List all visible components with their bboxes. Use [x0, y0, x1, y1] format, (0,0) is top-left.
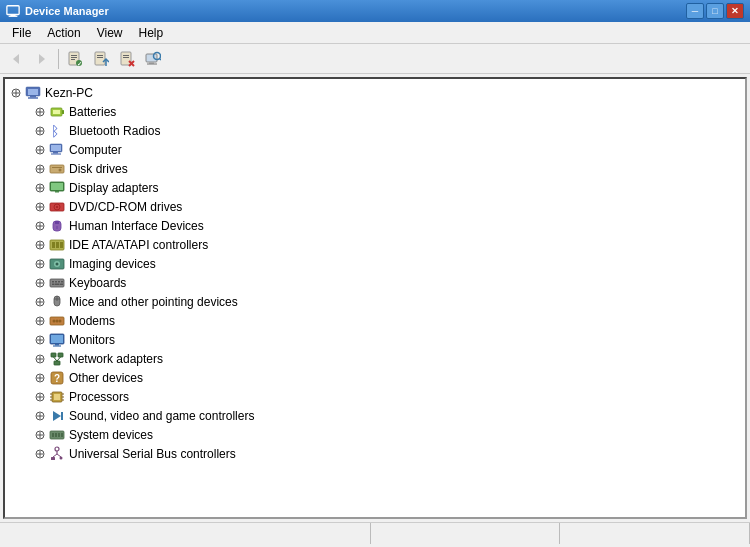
svg-rect-60	[55, 191, 59, 193]
app-icon	[6, 4, 20, 18]
device-category-label: System devices	[69, 428, 153, 442]
tree-item[interactable]: Computer	[5, 140, 745, 159]
svg-rect-161	[51, 457, 55, 460]
device-category-label: Monitors	[69, 333, 115, 347]
tree-item[interactable]: System devices	[5, 425, 745, 444]
expand-icon	[33, 314, 47, 328]
expand-icon	[33, 295, 47, 309]
tree-item[interactable]: Modems	[5, 311, 745, 330]
status-pane-1	[0, 523, 371, 544]
svg-rect-94	[52, 283, 54, 285]
svg-rect-29	[28, 89, 38, 95]
tree-item[interactable]: ?Other devices	[5, 368, 745, 387]
device-category-label: Mice and other pointing devices	[69, 295, 238, 309]
tree-item[interactable]: Disk drives	[5, 159, 745, 178]
svg-rect-96	[60, 283, 63, 285]
svg-rect-145	[61, 412, 63, 420]
menu-view[interactable]: View	[89, 24, 131, 42]
svg-rect-92	[58, 281, 60, 283]
tree-item[interactable]: Display adapters	[5, 178, 745, 197]
expand-icon	[33, 181, 47, 195]
back-button[interactable]	[4, 47, 28, 71]
svg-rect-89	[50, 279, 64, 287]
menu-bar: File Action View Help	[0, 22, 750, 44]
menu-action[interactable]: Action	[39, 24, 88, 42]
device-category-label: Bluetooth Radios	[69, 124, 160, 138]
svg-rect-90	[52, 281, 54, 283]
tree-item[interactable]: Mice and other pointing devices	[5, 292, 745, 311]
svg-rect-52	[50, 165, 64, 173]
device-category-label: Universal Serial Bus controllers	[69, 447, 236, 461]
forward-button[interactable]	[30, 47, 54, 71]
title-bar-controls[interactable]: ─ □ ✕	[686, 3, 744, 19]
svg-rect-20	[146, 54, 157, 62]
svg-rect-15	[121, 52, 131, 65]
tree-item[interactable]: Keyboards	[5, 273, 745, 292]
device-category-label: IDE ATA/ATAPI controllers	[69, 238, 208, 252]
svg-rect-152	[58, 433, 60, 437]
tree-item[interactable]: Monitors	[5, 330, 745, 349]
tree-item[interactable]: DVD/CD-ROM drives	[5, 197, 745, 216]
device-category-label: Other devices	[69, 371, 143, 385]
svg-rect-91	[55, 281, 57, 283]
svg-point-108	[56, 319, 59, 322]
device-category-label: Sound, video and game controllers	[69, 409, 254, 423]
svg-point-85	[56, 262, 59, 265]
update-driver-button[interactable]	[89, 47, 113, 71]
tree-item[interactable]: ᛒBluetooth Radios	[5, 121, 745, 140]
scan-changes-button[interactable]	[141, 47, 165, 71]
main-content[interactable]: Kezn-PC BatteriesᛒBluetooth RadiosComput…	[3, 77, 747, 519]
device-category-label: Display adapters	[69, 181, 158, 195]
svg-marker-4	[39, 54, 45, 64]
svg-rect-115	[55, 344, 59, 346]
properties-button[interactable]: ✓	[63, 47, 87, 71]
svg-rect-12	[97, 55, 103, 56]
svg-rect-150	[52, 433, 54, 437]
menu-file[interactable]: File	[4, 24, 39, 42]
svg-text:?: ?	[54, 373, 60, 384]
svg-rect-78	[56, 242, 59, 248]
svg-rect-93	[61, 281, 63, 283]
device-category-icon	[49, 275, 65, 291]
svg-point-66	[56, 206, 58, 208]
svg-marker-144	[53, 411, 61, 421]
menu-help[interactable]: Help	[131, 24, 172, 42]
close-button[interactable]: ✕	[726, 3, 744, 19]
maximize-button[interactable]: □	[706, 3, 724, 19]
device-category-icon	[49, 161, 65, 177]
svg-rect-121	[58, 353, 63, 357]
device-category-label: Imaging devices	[69, 257, 156, 271]
device-category-label: Computer	[69, 143, 122, 157]
tree-item[interactable]: Processors	[5, 387, 745, 406]
svg-rect-36	[62, 110, 64, 114]
minimize-button[interactable]: ─	[686, 3, 704, 19]
device-category-icon	[49, 294, 65, 310]
tree-item[interactable]: Imaging devices	[5, 254, 745, 273]
expand-icon	[33, 390, 47, 404]
toolbar: ✓	[0, 44, 750, 74]
svg-rect-6	[71, 55, 77, 56]
uninstall-button[interactable]	[115, 47, 139, 71]
svg-rect-11	[95, 52, 105, 65]
tree-root-node[interactable]: Kezn-PC	[5, 83, 745, 102]
tree-item[interactable]: Universal Serial Bus controllers	[5, 444, 745, 463]
root-node-label: Kezn-PC	[45, 86, 93, 100]
device-category-label: Network adapters	[69, 352, 163, 366]
device-category-icon: ?	[49, 370, 65, 386]
tree-item[interactable]: Human Interface Devices	[5, 216, 745, 235]
svg-rect-114	[51, 335, 63, 343]
device-category-icon	[49, 389, 65, 405]
tree-items-container: BatteriesᛒBluetooth RadiosComputerDisk d…	[5, 102, 745, 463]
tree-item[interactable]: IDE ATA/ATAPI controllers	[5, 235, 745, 254]
svg-point-157	[55, 447, 59, 451]
toolbar-separator-1	[58, 49, 59, 69]
expand-icon	[33, 257, 47, 271]
expand-icon	[33, 352, 47, 366]
device-category-label: Batteries	[69, 105, 116, 119]
tree-item[interactable]: Batteries	[5, 102, 745, 121]
svg-rect-7	[71, 57, 77, 58]
tree-item[interactable]: Network adapters	[5, 349, 745, 368]
expand-icon	[33, 333, 47, 347]
device-category-icon	[49, 199, 65, 215]
tree-item[interactable]: Sound, video and game controllers	[5, 406, 745, 425]
